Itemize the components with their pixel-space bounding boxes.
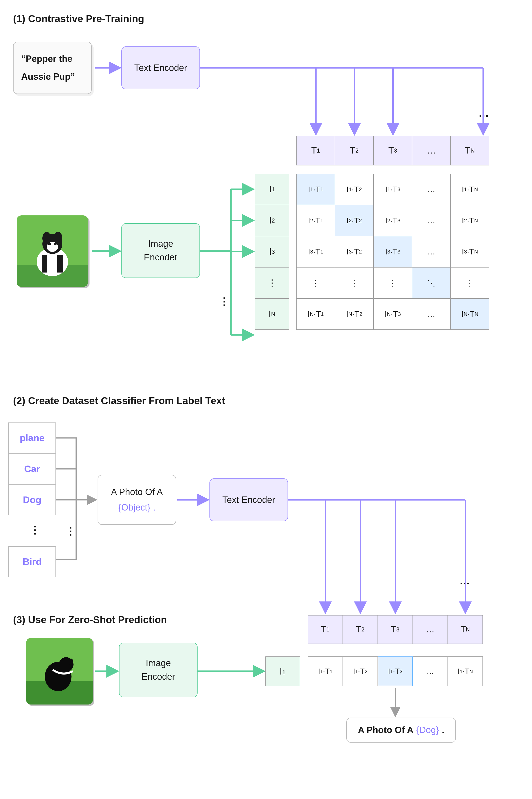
i-head-2: I3 (255, 236, 289, 267)
matrix-cell-3-1: ⋮ (335, 267, 374, 299)
zeroshot-t-head-1: T2 (343, 615, 378, 644)
matrix-cell-4-2: IN·T3 (374, 299, 412, 330)
text-input-card: “Pepper the Aussie Pup” (13, 42, 92, 94)
zeroshot-t-head-4: TN (448, 615, 483, 644)
matrix-cell-4-0: IN·T1 (296, 299, 335, 330)
matrix-cell-4-1: IN·T2 (335, 299, 374, 330)
label-ellipsis: ⋮ (30, 524, 41, 536)
matrix-cell-0-2: I1·T3 (374, 174, 412, 205)
i-head-0: I1 (255, 174, 289, 205)
zeroshot-cell-4: I1·TN (448, 657, 483, 686)
matrix-cell-1-1: I2·T2 (335, 205, 374, 236)
section-1-title: (1) Contrastive Pre-Training (13, 13, 144, 24)
text-input-line1: “Pepper the (21, 52, 72, 66)
label-cell-plane: plane (8, 422, 56, 453)
label-cell-dog: Dog (8, 484, 56, 515)
t-head-3: … (412, 136, 451, 166)
text-encoder-box: Text Encoder (121, 46, 200, 89)
prediction-image-dog (26, 638, 93, 704)
section-2-title: (2) Create Dataset Classifier From Label… (13, 395, 225, 406)
t-head-4: TN (451, 136, 489, 166)
matrix-cell-3-0: ⋮ (296, 267, 335, 299)
svg-rect-10 (57, 255, 63, 272)
result-pre: A Photo Of A (358, 723, 414, 737)
i-head-4: IN (255, 299, 289, 330)
matrix-cell-0-4: I1·TN (451, 174, 489, 205)
matrix-cell-1-2: I2·T3 (374, 205, 412, 236)
sample-image-dog (17, 215, 88, 287)
i-head-3: ⋮ (255, 267, 289, 299)
i-head-1: I2 (255, 205, 289, 236)
image-encoder-box-2: Image Encoder (119, 643, 197, 697)
ellipsis-labels: ⋮ (65, 525, 77, 537)
label-cell-bird: Bird (8, 546, 56, 577)
matrix-cell-1-3: … (412, 205, 451, 236)
matrix-cell-2-0: I3·T1 (296, 236, 335, 267)
image-encoder-box-1: Image Encoder (121, 223, 200, 278)
svg-point-8 (54, 243, 57, 245)
zeroshot-cell-1: I1·T2 (343, 657, 378, 686)
matrix-cell-4-4: IN·TN (451, 299, 489, 330)
matrix-cell-2-3: … (412, 236, 451, 267)
ellipsis-i-side-1: ⋮ (219, 295, 230, 307)
label-cell-car: Car (8, 453, 56, 484)
zeroshot-t-head-3: … (413, 615, 448, 644)
matrix-cell-1-0: I2·T1 (296, 205, 335, 236)
zeroshot-cell-2: I1·T3 (378, 657, 413, 686)
matrix-cell-2-4: I3·TN (451, 236, 489, 267)
text-input-line2: Aussie Pup” (21, 70, 75, 83)
svg-rect-9 (42, 255, 48, 272)
svg-point-7 (48, 243, 51, 245)
zeroshot-t-head-2: T3 (378, 615, 413, 644)
matrix-cell-3-3: ⋱ (412, 267, 451, 299)
matrix-cell-3-2: ⋮ (374, 267, 412, 299)
zeroshot-cell-3: … (413, 657, 448, 686)
matrix-cell-3-4: ⋮ (451, 267, 489, 299)
prediction-result-box: A Photo Of A {Dog} . (346, 718, 456, 743)
matrix-cell-2-2: I3·T3 (374, 236, 412, 267)
t-head-0: T1 (296, 136, 335, 166)
matrix-cell-2-1: I3·T2 (335, 236, 374, 267)
ellipsis-t-top-2: … (459, 575, 471, 587)
zeroshot-t-head-0: T1 (308, 615, 343, 644)
section-3-title: (3) Use For Zero-Shot Prediction (13, 614, 167, 626)
prompt-line2: {Object} . (118, 501, 155, 514)
prompt-line1: A Photo Of A (111, 485, 163, 499)
t-head-2: T3 (374, 136, 412, 166)
zeroshot-cell-0: I1·T1 (308, 657, 343, 686)
zeroshot-i-head: I₁ (265, 657, 300, 686)
prompt-template-box: A Photo Of A {Object} . (98, 475, 176, 525)
matrix-cell-0-1: I1·T2 (335, 174, 374, 205)
matrix-cell-1-4: I2·TN (451, 205, 489, 236)
matrix-cell-0-0: I1·T1 (296, 174, 335, 205)
result-post: . (442, 723, 444, 737)
t-head-1: T2 (335, 136, 374, 166)
ellipsis-t-top-1: … (478, 107, 490, 119)
matrix-cell-4-3: … (412, 299, 451, 330)
text-encoder-box-2: Text Encoder (209, 478, 288, 521)
matrix-cell-0-3: … (412, 174, 451, 205)
result-obj: {Dog} (416, 723, 439, 737)
